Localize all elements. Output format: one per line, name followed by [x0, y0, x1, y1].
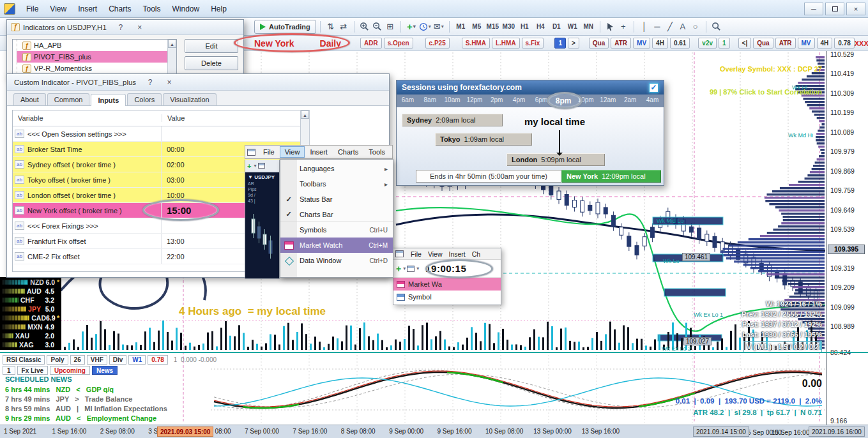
dialog-tab[interactable]: About: [13, 93, 46, 105]
market-watch-row[interactable]: Market Wa: [393, 278, 501, 291]
time-axis-label: 5 Sep 00:00: [747, 429, 782, 436]
help-button[interactable]: ?: [145, 78, 155, 87]
indicator-list-item[interactable]: ƒ PIVOT_FIBS_plus: [17, 51, 176, 63]
price-tick-label: 109.209: [826, 278, 868, 297]
add-symbol-icon[interactable]: +: [247, 162, 251, 170]
strength-bar: [2, 298, 19, 303]
menubar-item[interactable]: File: [258, 146, 280, 158]
add-icon[interactable]: +: [396, 264, 401, 274]
wk-hi-label: Wk Hi: [792, 84, 807, 91]
custom-indicator-titlebar[interactable]: Custom Indicator - PIVOT_FIBS_plus ? ×: [7, 74, 389, 91]
popup-menubar: FileViewInsertCh: [393, 248, 501, 260]
pane-divider[interactable]: [0, 352, 868, 353]
news-tab[interactable]: News: [92, 366, 118, 375]
table-header: Variable Value: [13, 110, 307, 126]
popup-menu-item[interactable]: File: [407, 249, 425, 259]
chart-icon[interactable]: [258, 163, 265, 169]
indicator-list-item[interactable]: ƒ HA_APB: [17, 40, 176, 51]
menu-check-icon: ✓: [280, 195, 297, 204]
market-watch-label: Market Wa: [408, 280, 442, 288]
menu-item-label: Charts Bar: [297, 211, 388, 218]
view-menu-item[interactable]: Languages ▸: [280, 161, 393, 176]
menubar-item[interactable]: Insert: [305, 146, 333, 158]
price-tick-label: 110.199: [826, 103, 868, 122]
symbol-row[interactable]: Symbol: [393, 291, 501, 303]
popup-menu-item[interactable]: View: [425, 249, 446, 259]
current-price-box: 109.395: [828, 245, 865, 254]
price-tick-label: 109.869: [826, 162, 868, 181]
dialog-tab[interactable]: Common: [47, 93, 90, 105]
chart-icon[interactable]: [407, 266, 415, 272]
subwindow-button[interactable]: Poly: [47, 355, 68, 365]
view-menu-item[interactable]: Symbols Ctrl+U: [280, 222, 393, 238]
parameter-value[interactable]: [162, 126, 307, 141]
view-menu-item[interactable]: ✓ Status Bar: [280, 192, 393, 207]
sessions-titlebar[interactable]: Sessions using forexfactory.com ✓: [397, 80, 664, 94]
help-button[interactable]: ?: [116, 23, 126, 32]
dialog-close-button[interactable]: ×: [135, 23, 145, 32]
dialog-tab[interactable]: Inputs: [91, 94, 126, 106]
dialog-close-button[interactable]: ×: [164, 78, 174, 87]
time-marker-gray-1: 2021.09.14 15:00: [693, 427, 749, 437]
currency-code: CHF: [20, 296, 38, 304]
value-column-header: Value: [162, 114, 185, 122]
time-axis-label: 13 Sep 16:00: [582, 425, 630, 435]
price-scale[interactable]: 110.529110.419110.309110.199110.089109.9…: [826, 51, 868, 425]
strength-bar: [2, 280, 28, 285]
subwindow-button[interactable]: 0.78: [148, 355, 167, 365]
price-level-box-2: 109.027: [683, 337, 712, 345]
menubar-item[interactable]: Tools: [363, 146, 390, 158]
currency-strength-panel: NZD 6.0 * AUD 4.5 CHF 3.2 JPY 5.0 CAD: [0, 277, 61, 350]
custom-indicator-title: Custom Indicator - PIVOT_FIBS_plus: [14, 79, 136, 86]
popup-menu-item[interactable]: Ch: [469, 249, 483, 259]
time-marker-gray-2: 2021.09.16 16:00: [809, 427, 865, 437]
news-tab[interactable]: 1: [3, 366, 15, 375]
view-menu-item[interactable]: Toolbars ▸: [280, 176, 393, 192]
indicator-list-item[interactable]: ƒ VP-R_Momenticks: [17, 63, 176, 74]
view-menu-item[interactable]: ✓ Charts Bar: [280, 207, 393, 222]
edit-button[interactable]: Edit: [185, 39, 238, 53]
time-axis[interactable]: 1 Sep 20211 Sep 16:002 Sep 08:003 Se6 Se…: [0, 425, 868, 438]
mini-chart-symbol[interactable]: ▼ USDJPY: [245, 172, 279, 181]
dialog-tab[interactable]: Colors: [127, 93, 162, 105]
sessions-checkbox[interactable]: ✓: [649, 83, 659, 93]
sessions-title: Sessions using forexfactory.com: [402, 83, 522, 92]
string-param-icon: ab: [15, 222, 24, 230]
scroll-up-button[interactable]: ▲: [301, 110, 309, 119]
time-axis-label: 1 Sep 2021: [4, 425, 52, 435]
session-buttons-annotation-oval: [234, 33, 350, 52]
news-line: 9 hrs 29 mins AUD < Employment Change: [5, 414, 167, 423]
newyork-offset-annotation-oval: [142, 199, 219, 221]
overlay-correlation-info[interactable]: Overlay Symbol: XXX : DCP 27 99 | 87% Cl…: [710, 50, 822, 111]
subwindow-button[interactable]: 26: [70, 355, 85, 365]
news-tab[interactable]: Fx Live: [17, 366, 48, 375]
subwindow-button[interactable]: W1: [128, 355, 146, 365]
subwindow-button[interactable]: VHF: [87, 355, 107, 365]
dialog-tab[interactable]: Visualization: [163, 93, 217, 105]
my-local-time-label: my local time: [524, 116, 585, 127]
dropdown-icon: ▾: [416, 266, 419, 271]
list-scrollbar[interactable]: ▲: [167, 40, 176, 75]
subwindow-button[interactable]: RSI Classic: [3, 355, 45, 365]
local-time-annotation: 4 Hours ago = my local time: [179, 305, 326, 318]
menubar-item[interactable]: View: [280, 146, 305, 158]
menu-item-label: Symbols: [297, 226, 369, 234]
news-tabs: 1Fx LiveUpcomingNews: [3, 366, 118, 375]
scroll-up-button[interactable]: ▲: [168, 40, 176, 48]
strength-star: *: [55, 278, 59, 286]
<<< Open Session settings >>>[interactable]: ab <<< Open Session settings >>>: [13, 126, 307, 142]
price-tick-label: 109.099: [826, 298, 868, 317]
symbol-icon: [397, 294, 405, 301]
popup-menu-item[interactable]: Insert: [446, 249, 469, 259]
news-tab[interactable]: Upcoming: [50, 366, 90, 375]
view-menu-item[interactable]: Market Watch Ctrl+M: [280, 238, 393, 253]
menubar-item[interactable]: Charts: [333, 146, 363, 158]
time-axis-label: 7 Sep 00:00: [245, 425, 293, 435]
subwindow-button[interactable]: Div: [109, 355, 127, 365]
mini-chart-toolbar: + ▾: [245, 160, 279, 172]
view-menu-item[interactable]: Data Window Ctrl+D: [280, 253, 393, 268]
indicators-dialog-titlebar[interactable]: ƒ Indicators on USDJPY,H1 ? ×: [7, 20, 243, 35]
delete-button[interactable]: Delete: [185, 56, 238, 70]
view-menu-dropdown: Languages ▸ Toolbars ▸ ✓ Status Bar ✓ Ch…: [280, 159, 393, 278]
parameter-name: London offset ( broker time ): [26, 188, 162, 202]
